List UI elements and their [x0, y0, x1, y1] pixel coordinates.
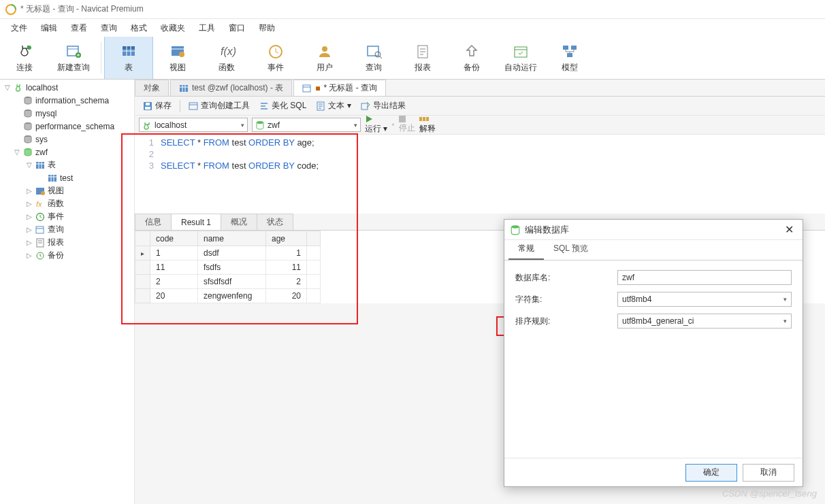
explain-icon	[419, 115, 429, 123]
menu-工具[interactable]: 工具	[192, 20, 222, 37]
svg-point-1	[27, 46, 31, 50]
tree-table[interactable]: ▽表	[0, 158, 134, 171]
table-row[interactable]: ▸1dsdf1	[135, 246, 321, 261]
svg-point-17	[375, 52, 381, 57]
close-button[interactable]: ✕	[781, 223, 797, 236]
connection-combo[interactable]: localhost▾	[139, 118, 248, 132]
tree-db-zwf[interactable]: ▽zwf	[0, 146, 134, 158]
tree-db-sys[interactable]: sys	[0, 133, 134, 146]
cancel-button[interactable]: 取消	[743, 464, 794, 482]
tree-report[interactable]: ▷报表	[0, 236, 134, 249]
toolbar-schedule-button[interactable]: 自动运行	[496, 37, 545, 79]
toolbar-query-button[interactable]: 查询	[349, 37, 398, 79]
run-button[interactable]: 运行 ▾	[365, 115, 387, 135]
explain-button[interactable]: 解释	[419, 115, 436, 135]
svg-rect-58	[361, 103, 368, 110]
save-button[interactable]: 保存	[139, 99, 176, 113]
code-area[interactable]: SELECT * FROM test ORDER BY age; SELECT …	[158, 135, 825, 214]
database-combo[interactable]: zwf▾	[252, 118, 361, 132]
tree-db-information_schema[interactable]: information_schema	[0, 94, 134, 107]
tree-db-mysql[interactable]: mysql	[0, 107, 134, 120]
builder-button[interactable]: 查询创建工具	[184, 99, 254, 113]
toolbar-fx-button[interactable]: f(x)函数	[202, 37, 251, 79]
menu-窗口[interactable]: 窗口	[222, 20, 252, 37]
result-tab[interactable]: 信息	[135, 214, 172, 230]
svg-rect-22	[563, 46, 568, 50]
dialog-tab[interactable]: 常规	[508, 239, 544, 260]
svg-rect-42	[36, 226, 44, 233]
toolbar-model-button[interactable]: 模型	[545, 37, 594, 79]
dialog-title: 编辑数据库	[525, 224, 781, 236]
ok-button[interactable]: 确定	[685, 464, 737, 482]
dbg-icon	[22, 148, 34, 157]
plug-icon	[142, 120, 152, 130]
editor-tabstrip: 对象test @zwf (localhost) - 表■* 无标题 - 查询	[135, 80, 825, 97]
menu-查询[interactable]: 查询	[94, 20, 124, 37]
db-name-input[interactable]: zwf	[617, 270, 792, 285]
report-icon	[34, 238, 46, 248]
tree-item-test[interactable]: test	[0, 171, 134, 184]
svg-rect-54	[146, 103, 150, 105]
plug-icon	[12, 83, 25, 93]
col-name[interactable]: name	[198, 231, 266, 246]
text-button[interactable]: 文本 ▾	[312, 99, 355, 113]
col-age[interactable]: age	[266, 231, 307, 246]
query-icon	[302, 84, 312, 93]
tree-clock[interactable]: ▷事件	[0, 210, 134, 223]
toolbar-report-button[interactable]: 报表	[398, 37, 447, 79]
toolbar-plug-button[interactable]: 连接	[0, 37, 49, 79]
svg-point-15	[322, 46, 327, 52]
menu-收藏夹[interactable]: 收藏夹	[154, 20, 192, 37]
table-row[interactable]: 11fsdfs11	[135, 261, 321, 275]
backup-icon	[463, 43, 481, 59]
svg-rect-30	[36, 162, 44, 169]
toolbar-backup-button[interactable]: 备份	[447, 37, 496, 79]
col-code[interactable]: code	[150, 231, 198, 246]
svg-point-64	[511, 225, 519, 229]
db-name-label: 数据库名:	[515, 272, 617, 284]
collate-combo[interactable]: utf8mb4_general_ci▾	[617, 314, 792, 329]
tree-query[interactable]: ▷查询	[0, 223, 134, 236]
dialog-tab[interactable]: SQL 预览	[544, 239, 598, 260]
toolbar-newquery-button[interactable]: 新建查询	[49, 37, 98, 79]
report-icon	[414, 43, 432, 59]
query-icon	[34, 225, 46, 235]
menu-文件[interactable]: 文件	[4, 20, 34, 37]
charset-combo[interactable]: utf8mb4▾	[617, 292, 792, 307]
svg-text:fx: fx	[36, 200, 42, 208]
tree-connection[interactable]: ▽localhost	[0, 81, 134, 94]
toolbar-clock-button[interactable]: 事件	[251, 37, 300, 79]
table-icon	[179, 84, 189, 93]
export-button[interactable]: 导出结果	[357, 99, 410, 113]
table-row[interactable]: 20zengwenfeng20	[135, 289, 321, 303]
toolbar-table-button[interactable]: 表	[104, 37, 153, 79]
svg-rect-61	[419, 117, 422, 121]
twisty-icon: ▷	[25, 200, 34, 207]
tree-view[interactable]: ▷视图	[0, 184, 134, 197]
menu-帮助[interactable]: 帮助	[252, 20, 282, 37]
tree-db-performance_schema[interactable]: performance_schema	[0, 120, 134, 133]
result-tab[interactable]: Result 1	[171, 214, 221, 230]
sidebar-tree[interactable]: ▽localhostinformation_schemamysqlperform…	[0, 80, 135, 504]
menu-查看[interactable]: 查看	[64, 20, 94, 37]
menu-编辑[interactable]: 编辑	[34, 20, 64, 37]
dirty-indicator: ■	[315, 84, 320, 93]
svg-text:f(x): f(x)	[221, 46, 236, 57]
result-tab[interactable]: 状态	[257, 214, 293, 230]
sql-editor[interactable]: 123 SELECT * FROM test ORDER BY age; SEL…	[135, 135, 825, 214]
result-tab[interactable]: 概况	[221, 214, 257, 230]
tab[interactable]: ■* 无标题 - 查询	[293, 80, 386, 96]
tree-fx[interactable]: ▷fx函数	[0, 197, 134, 210]
table-row[interactable]: 2sfsdfsdf2	[135, 275, 321, 289]
tab[interactable]: 对象	[135, 80, 169, 96]
schedule-icon	[512, 43, 530, 59]
tree-backup[interactable]: ▷备份	[0, 249, 134, 262]
menu-格式[interactable]: 格式	[124, 20, 154, 37]
tab[interactable]: test @zwf (localhost) - 表	[170, 80, 292, 96]
db-icon	[22, 109, 34, 118]
toolbar-view-button[interactable]: 视图	[153, 37, 202, 79]
toolbar-user-button[interactable]: 用户	[300, 37, 349, 79]
clock-icon	[267, 43, 285, 59]
beautify-button[interactable]: 美化 SQL	[255, 99, 310, 113]
database-icon	[510, 224, 521, 235]
